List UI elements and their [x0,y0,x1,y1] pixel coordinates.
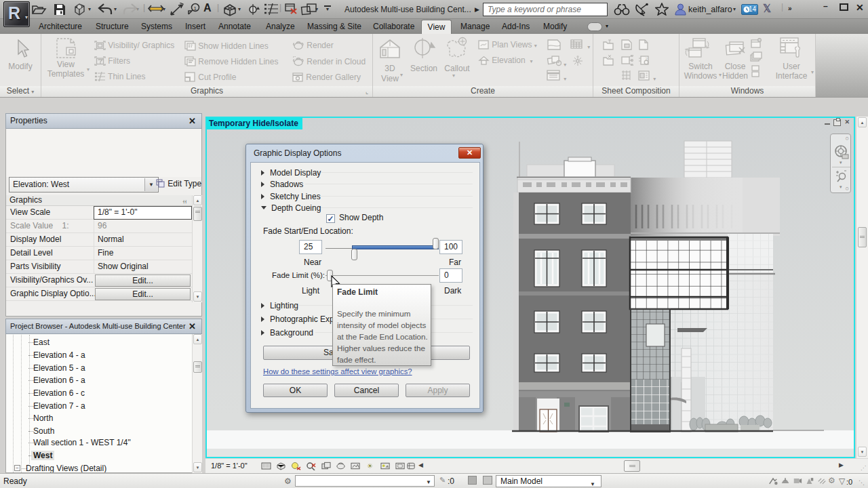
svg-text:1: 1 [194,5,197,12]
